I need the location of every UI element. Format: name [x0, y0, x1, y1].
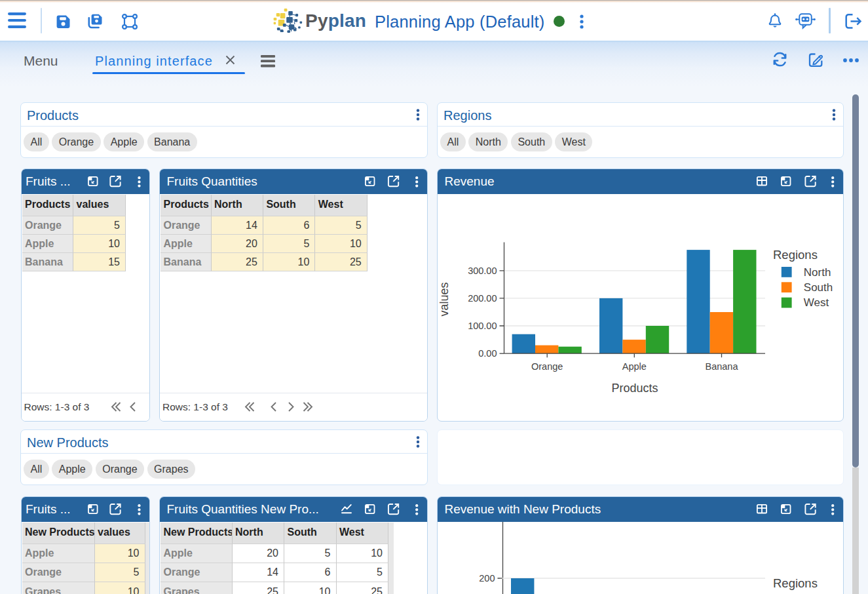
svg-text:Regions: Regions — [773, 248, 818, 262]
svg-text:0.00: 0.00 — [478, 348, 497, 359]
svg-text:North: North — [804, 266, 831, 279]
svg-text:South: South — [804, 281, 833, 294]
svg-text:values: values — [438, 282, 451, 316]
svg-text:300.00: 300.00 — [468, 266, 497, 276]
svg-text:Regions: Regions — [773, 576, 818, 590]
svg-text:200: 200 — [479, 573, 495, 584]
svg-text:100.00: 100.00 — [468, 321, 497, 331]
svg-text:Orange: Orange — [531, 361, 563, 372]
svg-text:Apple: Apple — [622, 361, 647, 372]
svg-text:West: West — [804, 296, 829, 309]
svg-text:200.00: 200.00 — [468, 293, 497, 304]
svg-text:Banana: Banana — [706, 361, 739, 372]
svg-text:Products: Products — [611, 382, 658, 395]
